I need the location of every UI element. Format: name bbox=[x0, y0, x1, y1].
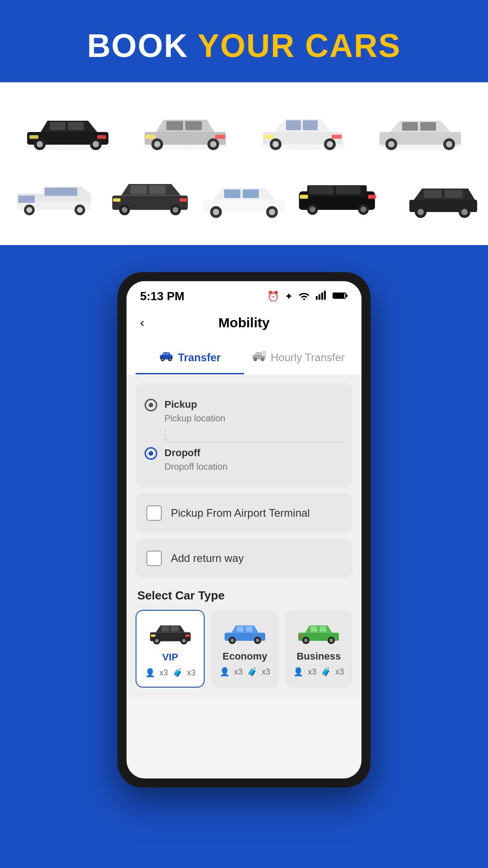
back-button[interactable]: ‹ bbox=[140, 316, 144, 330]
tab-hourly[interactable]: Hourly Transfer bbox=[244, 344, 352, 374]
tab-transfer[interactable]: Transfer bbox=[136, 344, 244, 374]
svg-rect-52 bbox=[113, 198, 120, 202]
car-silver-luxury bbox=[136, 100, 235, 159]
svg-rect-83 bbox=[346, 294, 347, 297]
airport-checkbox-label: Pickup From Airport Terminal bbox=[171, 507, 310, 519]
battery-icon bbox=[333, 291, 348, 302]
car-type-vip[interactable]: VIP 👤 x3 🧳 x3 bbox=[136, 610, 205, 688]
car-type-business[interactable]: Business 👤 x3 🧳 x3 bbox=[285, 610, 352, 688]
svg-rect-87 bbox=[166, 353, 169, 355]
form-area: Pickup bbox=[127, 374, 361, 697]
svg-rect-18 bbox=[145, 135, 155, 139]
wifi-icon bbox=[298, 290, 310, 303]
svg-point-75 bbox=[418, 209, 424, 215]
svg-rect-70 bbox=[368, 195, 376, 199]
svg-rect-46 bbox=[130, 185, 146, 194]
svg-point-15 bbox=[154, 141, 160, 147]
car-type-title: Select Car Type bbox=[136, 584, 352, 610]
heading-book: BOOK bbox=[87, 28, 188, 64]
page-title: Mobility bbox=[218, 315, 269, 330]
svg-point-68 bbox=[361, 207, 366, 212]
svg-rect-81 bbox=[324, 291, 326, 300]
svg-rect-12 bbox=[166, 121, 183, 130]
car-white-van bbox=[9, 168, 103, 227]
nav-header: ‹ Mobility bbox=[127, 308, 361, 340]
svg-rect-19 bbox=[215, 135, 225, 139]
svg-rect-53 bbox=[179, 198, 187, 202]
business-passengers: x3 bbox=[308, 667, 316, 677]
vip-meta: 👤 x3 🧳 x3 bbox=[145, 668, 196, 678]
svg-rect-39 bbox=[45, 188, 78, 196]
svg-rect-86 bbox=[163, 353, 165, 355]
svg-rect-108 bbox=[185, 635, 190, 637]
pickup-icon bbox=[145, 399, 157, 411]
clock-car-icon bbox=[252, 351, 266, 364]
svg-rect-111 bbox=[246, 627, 253, 632]
pickup-group: Pickup bbox=[164, 399, 343, 424]
dropoff-row: Dropoff bbox=[145, 443, 343, 476]
svg-point-25 bbox=[272, 141, 279, 147]
svg-point-51 bbox=[173, 207, 178, 213]
svg-point-27 bbox=[327, 141, 333, 147]
phone-section: 5:13 PM ⏰ ✦ ‹ Mobil bbox=[0, 245, 488, 824]
svg-point-35 bbox=[388, 141, 394, 147]
airport-checkbox[interactable] bbox=[146, 505, 162, 521]
phone-frame: 5:13 PM ⏰ ✦ ‹ Mobil bbox=[117, 272, 371, 788]
svg-point-106 bbox=[182, 639, 186, 643]
svg-rect-13 bbox=[185, 121, 202, 130]
economy-person-icon: 👤 bbox=[220, 667, 230, 677]
heading-your-cars: YOUR CARS bbox=[197, 28, 401, 64]
svg-rect-79 bbox=[319, 294, 320, 300]
svg-point-60 bbox=[269, 209, 275, 215]
pickup-row: Pickup bbox=[145, 394, 343, 428]
svg-point-91 bbox=[169, 359, 171, 360]
svg-rect-56 bbox=[243, 189, 259, 198]
svg-point-115 bbox=[256, 639, 259, 642]
location-card: Pickup bbox=[136, 383, 352, 487]
svg-rect-2 bbox=[50, 122, 66, 130]
tab-hourly-label: Hourly Transfer bbox=[271, 351, 345, 364]
svg-point-17 bbox=[210, 141, 216, 147]
status-icons: ⏰ ✦ bbox=[267, 290, 348, 303]
vip-passengers: x3 bbox=[160, 668, 168, 678]
return-checkbox[interactable] bbox=[146, 551, 162, 566]
phone-screen: 5:13 PM ⏰ ✦ ‹ Mobil bbox=[127, 281, 361, 778]
main-heading: BOOK YOUR CARS bbox=[9, 27, 479, 64]
svg-rect-73 bbox=[445, 190, 463, 198]
svg-point-58 bbox=[213, 209, 219, 215]
svg-rect-102 bbox=[171, 627, 178, 632]
tab-transfer-label: Transfer bbox=[178, 351, 221, 364]
alarm-icon: ⏰ bbox=[267, 291, 279, 302]
car-type-economy[interactable]: Economy 👤 x3 🧳 x3 bbox=[211, 610, 278, 688]
dropoff-label: Dropoff bbox=[164, 447, 343, 459]
business-meta: 👤 x3 🧳 x3 bbox=[293, 667, 344, 677]
svg-rect-47 bbox=[149, 185, 165, 194]
car-type-section: Select Car Type bbox=[136, 584, 352, 688]
car-types-grid: VIP 👤 x3 🧳 x3 bbox=[136, 610, 352, 688]
svg-rect-123 bbox=[299, 636, 303, 637]
return-checkbox-card[interactable]: Add return way bbox=[136, 539, 352, 578]
svg-point-66 bbox=[310, 207, 315, 212]
svg-point-5 bbox=[37, 141, 43, 147]
svg-rect-69 bbox=[300, 195, 308, 199]
bluetooth-icon: ✦ bbox=[285, 291, 293, 302]
svg-point-96 bbox=[261, 358, 264, 361]
svg-rect-117 bbox=[310, 627, 317, 632]
svg-rect-8 bbox=[29, 135, 38, 139]
signal-icon bbox=[315, 291, 327, 302]
svg-rect-9 bbox=[97, 135, 106, 139]
vip-label: VIP bbox=[162, 651, 178, 663]
svg-point-120 bbox=[304, 639, 308, 642]
airport-checkbox-card[interactable]: Pickup From Airport Terminal bbox=[136, 494, 352, 533]
business-label: Business bbox=[296, 651, 341, 662]
svg-rect-80 bbox=[321, 292, 323, 300]
dropoff-input[interactable] bbox=[164, 462, 343, 472]
pickup-label: Pickup bbox=[164, 399, 343, 410]
svg-point-95 bbox=[253, 358, 257, 361]
economy-meta: 👤 x3 🧳 x3 bbox=[220, 667, 270, 677]
vip-luggage: x3 bbox=[187, 668, 196, 678]
pickup-input[interactable] bbox=[164, 413, 343, 424]
svg-rect-55 bbox=[224, 189, 240, 198]
svg-rect-93 bbox=[255, 353, 258, 355]
svg-point-44 bbox=[77, 207, 83, 213]
